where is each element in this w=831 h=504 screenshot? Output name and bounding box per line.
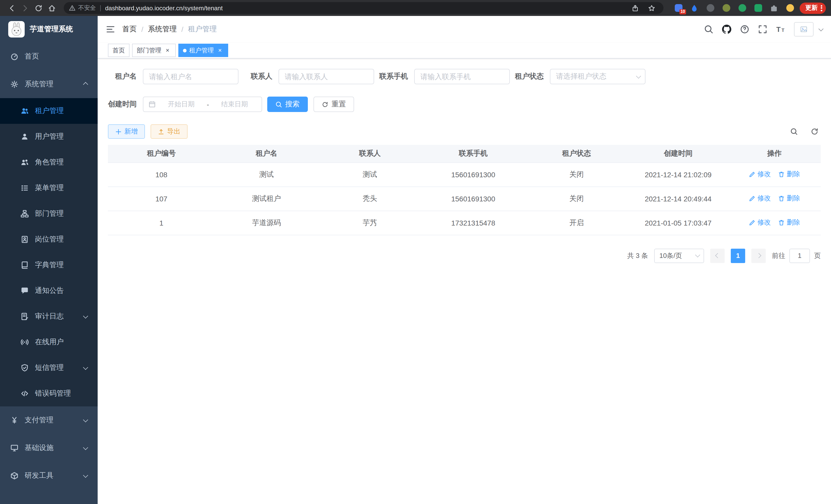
sidebar-item-dict[interactable]: 字典管理 (0, 252, 98, 278)
share-icon[interactable] (629, 1, 642, 14)
cell-mobile: 17321315478 (422, 211, 525, 235)
edit-link[interactable]: 修改 (749, 218, 771, 227)
sidebar-item-sms[interactable]: 短信管理 (0, 355, 98, 381)
extension-icon-green-square[interactable] (753, 3, 763, 12)
prev-page-button[interactable] (710, 248, 725, 263)
tab-home[interactable]: 首页 (108, 44, 130, 57)
browser-update-button[interactable]: 更新 (800, 2, 826, 13)
avatar-caret-down-icon[interactable] (819, 26, 824, 31)
sidebar-item-label: 研发工具 (25, 471, 53, 480)
sidebar-item-infra[interactable]: 基础设施 (0, 434, 98, 462)
next-page-button[interactable] (751, 248, 766, 263)
sidebar-item-label: 用户管理 (35, 132, 64, 141)
chevron-down-icon (83, 364, 88, 369)
cell-status: 关闭 (525, 162, 628, 186)
hamburger-icon[interactable] (106, 25, 115, 34)
calendar-icon (148, 101, 156, 108)
dashboard-icon (10, 52, 19, 61)
delete-link[interactable]: 删除 (778, 170, 800, 179)
trash-icon (778, 219, 785, 226)
page-size-label: 10条/页 (659, 251, 696, 260)
search-button[interactable]: 搜索 (267, 97, 308, 112)
search-icon[interactable] (704, 25, 713, 34)
browser-profile-avatar[interactable] (785, 3, 795, 12)
tab-label: 部门管理 (137, 46, 161, 55)
column-header-mobile: 联系手机 (422, 145, 525, 162)
extension-icon-green-circle[interactable] (738, 3, 747, 12)
tab-tenant[interactable]: 租户管理 × (178, 44, 228, 57)
sidebar-item-audit[interactable]: 审计日志 (0, 304, 98, 329)
browser-reload-icon[interactable] (32, 1, 45, 14)
breadcrumb-item-system[interactable]: 系统管理 (148, 25, 177, 34)
tab-dept[interactable]: 部门管理 × (132, 44, 176, 57)
browser-forward-icon[interactable] (19, 1, 32, 14)
sidebar-item-notice[interactable]: 通知公告 (0, 278, 98, 304)
mobile-input[interactable] (414, 69, 510, 84)
sidebar-item-system[interactable]: 系统管理 (0, 70, 98, 98)
current-page-button[interactable]: 1 (731, 248, 745, 263)
sidebar-item-pay[interactable]: 支付管理 (0, 406, 98, 434)
shield-check-icon (21, 364, 29, 372)
browser-back-icon[interactable] (5, 1, 19, 14)
help-icon[interactable] (740, 25, 749, 34)
add-button[interactable]: 新增 (108, 124, 145, 139)
chevron-down-icon (83, 417, 88, 422)
org-tree-icon (21, 210, 29, 218)
sidebar-item-post[interactable]: 岗位管理 (0, 227, 98, 252)
sidebar-item-errorcode[interactable]: 错误码管理 (0, 381, 98, 406)
export-button[interactable]: 导出 (150, 124, 188, 139)
code-icon (21, 389, 29, 398)
filter-mobile: 联系手机 (379, 69, 510, 84)
chevron-right-icon (756, 253, 761, 258)
sidebar-item-online[interactable]: 在线用户 (0, 329, 98, 355)
reset-button[interactable]: 重置 (314, 97, 354, 112)
browser-home-icon[interactable] (45, 1, 59, 14)
user-avatar[interactable] (794, 22, 813, 36)
gear-icon (10, 80, 19, 88)
bookmark-star-icon[interactable] (645, 1, 658, 14)
sidebar-item-label: 在线用户 (35, 337, 64, 347)
tenant-name-input[interactable] (143, 69, 238, 84)
pagination: 共 3 条 10条/页 1 前往 页 (108, 248, 821, 263)
close-icon[interactable]: × (217, 47, 224, 54)
sidebar-item-dept[interactable]: 部门管理 (0, 201, 98, 227)
extension-icon-adblock[interactable]: 10 (674, 3, 683, 12)
edit-link[interactable]: 修改 (749, 170, 771, 179)
extension-icon-globe[interactable] (706, 3, 715, 12)
delete-link[interactable]: 删除 (778, 194, 800, 203)
address-bar[interactable]: 不安全 dashboard.yudao.iocoder.cn/system/te… (64, 2, 663, 14)
contact-input[interactable] (279, 69, 374, 84)
refresh-table-icon[interactable] (808, 125, 821, 138)
sidebar-item-devtools[interactable]: 研发工具 (0, 462, 98, 490)
cell-created: 2021-12-14 20:49:44 (628, 186, 728, 211)
book-icon (21, 261, 29, 269)
cell-status: 关闭 (525, 186, 628, 211)
cell-tenant-name: 测试租户 (215, 186, 318, 211)
sidebar-item-home[interactable]: 首页 (0, 42, 98, 70)
extension-icon-olive[interactable] (721, 3, 731, 12)
security-warning-icon (69, 5, 76, 11)
toggle-search-icon[interactable] (788, 125, 800, 138)
cell-tenant-id: 108 (108, 162, 215, 186)
extension-icon-drop[interactable] (690, 3, 699, 12)
status-select[interactable]: 请选择租户状态 (550, 69, 646, 84)
create-time-range-picker[interactable]: 开始日期 - 结束日期 (143, 97, 262, 112)
app-logo[interactable]: 芋道管理系统 (0, 16, 98, 42)
delete-link[interactable]: 删除 (778, 218, 800, 227)
sidebar-item-tenant[interactable]: 租户管理 (0, 98, 98, 124)
sidebar-item-role[interactable]: 角色管理 (0, 149, 98, 175)
close-icon[interactable]: × (164, 47, 171, 54)
sidebar-item-menu[interactable]: 菜单管理 (0, 175, 98, 201)
goto-page-input[interactable] (790, 248, 810, 263)
extensions-puzzle-icon[interactable] (769, 3, 779, 12)
sidebar-item-user[interactable]: 用户管理 (0, 124, 98, 149)
font-size-icon[interactable]: TT (776, 25, 785, 34)
fullscreen-icon[interactable] (758, 25, 767, 34)
github-icon[interactable] (722, 25, 731, 34)
edit-link[interactable]: 修改 (749, 194, 771, 203)
app-logo-rabbit-image (8, 21, 25, 37)
page-size-select[interactable]: 10条/页 (654, 248, 704, 263)
breadcrumb-item-home[interactable]: 首页 (122, 25, 137, 34)
column-header-ops: 操作 (728, 145, 821, 162)
edit-pencil-icon (749, 219, 755, 226)
